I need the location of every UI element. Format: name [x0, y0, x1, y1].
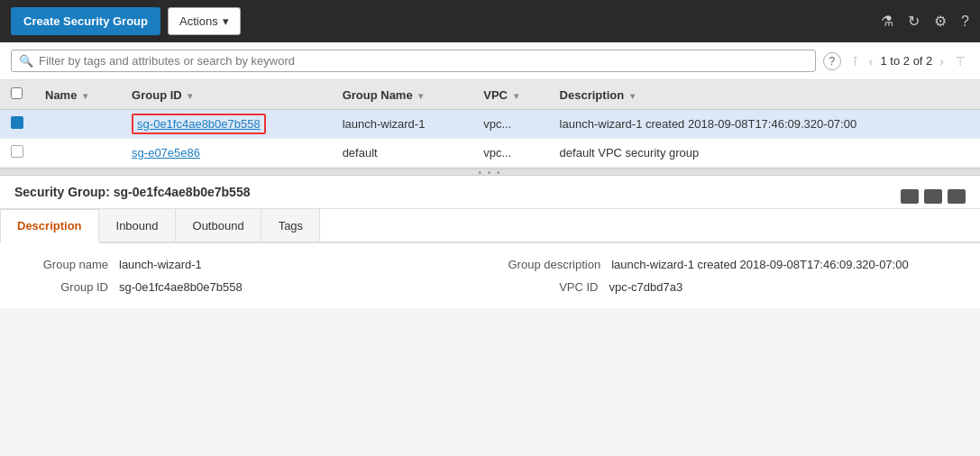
row2-group-id-link[interactable]: sg-e07e5e86: [132, 146, 200, 160]
select-all-checkbox[interactable]: [11, 87, 23, 99]
row1-group-id[interactable]: sg-0e1fc4ae8b0e7b558: [121, 110, 332, 139]
search-input-wrap: 🔍: [11, 50, 816, 72]
col-description[interactable]: Description ▾: [549, 80, 980, 110]
table-row[interactable]: sg-0e1fc4ae8b0e7b558 launch-wizard-1 vpc…: [0, 110, 980, 139]
refresh-icon[interactable]: ↻: [908, 13, 920, 30]
search-input[interactable]: [39, 54, 808, 68]
row2-group-id[interactable]: sg-e07e5e86: [121, 139, 332, 168]
flask-icon[interactable]: ⚗: [881, 13, 893, 30]
search-help-icon[interactable]: ?: [823, 52, 841, 70]
row1-description: launch-wizard-1 created 2018-09-08T17:46…: [549, 110, 980, 139]
table-header-row: Name ▾ Group ID ▾ Group Name ▾ VPC ▾ Des…: [0, 80, 980, 110]
row1-group-id-link[interactable]: sg-0e1fc4ae8b0e7b558: [132, 114, 266, 134]
table-row[interactable]: sg-e07e5e86 default vpc... default VPC s…: [0, 139, 980, 168]
row2-vpc: vpc...: [472, 139, 548, 168]
row1-name: [34, 110, 121, 139]
col-name[interactable]: Name ▾: [34, 80, 121, 110]
resize-dots-icon: • • •: [478, 168, 501, 178]
toolbar-right: ⚗ ↻ ⚙ ?: [881, 13, 969, 30]
row1-checkbox-cell[interactable]: [0, 110, 34, 139]
group-description-label: Group description: [508, 258, 601, 271]
actions-button[interactable]: Actions: [168, 7, 241, 35]
tab-description[interactable]: Description: [0, 209, 99, 243]
detail-panel-icons: [901, 189, 966, 204]
help-icon[interactable]: ?: [961, 14, 969, 30]
page-next-button[interactable]: ›: [936, 52, 948, 70]
row1-vpc: vpc...: [472, 110, 548, 139]
tab-inbound[interactable]: Inbound: [99, 209, 176, 242]
row2-description: default VPC security group: [549, 139, 980, 168]
name-sort-icon: ▾: [83, 91, 87, 101]
group-description-row: Group description launch-wizard-1 create…: [508, 258, 963, 271]
vpc-sort-icon: ▾: [514, 91, 518, 101]
detail-header: Security Group: sg-0e1fc4ae8b0e7b558: [0, 176, 980, 209]
panel-minimize-icon[interactable]: [901, 189, 919, 204]
page-prev-button[interactable]: ‹: [866, 52, 877, 70]
desc-sort-icon: ▾: [630, 91, 635, 101]
row1-group-name: launch-wizard-1: [332, 110, 473, 139]
col-vpc[interactable]: VPC ▾: [472, 80, 548, 110]
group-name-label: Group name: [18, 258, 108, 271]
tab-tags[interactable]: Tags: [261, 209, 320, 242]
col-group-id[interactable]: Group ID ▾: [121, 80, 332, 110]
col-group-name[interactable]: Group Name ▾: [332, 80, 473, 110]
group-id-value: sg-0e1fc4ae8b0e7b558: [119, 280, 243, 294]
group-name-value: launch-wizard-1: [119, 258, 202, 271]
group-name-sort-icon: ▾: [418, 91, 423, 101]
toolbar: Create Security Group Actions ⚗ ↻ ⚙ ?: [0, 0, 980, 42]
table-container: Name ▾ Group ID ▾ Group Name ▾ VPC ▾ Des…: [0, 80, 980, 169]
group-description-value: launch-wizard-1 created 2018-09-08T17:46…: [611, 258, 909, 271]
detail-panel: Security Group: sg-0e1fc4ae8b0e7b558 Des…: [0, 176, 980, 308]
row2-name: [34, 139, 121, 168]
row2-checkbox-cell[interactable]: [0, 139, 34, 168]
gear-icon[interactable]: ⚙: [934, 13, 947, 30]
row2-checkbox[interactable]: [11, 145, 23, 158]
actions-chevron-icon: [223, 14, 229, 28]
page-info: 1 to 2 of 2: [881, 54, 933, 68]
select-all-header[interactable]: [0, 80, 34, 110]
actions-label: Actions: [179, 14, 218, 28]
group-id-row: Group ID sg-0e1fc4ae8b0e7b558: [18, 280, 472, 294]
group-name-row: Group name launch-wizard-1: [18, 258, 472, 271]
panel-expand-icon[interactable]: [948, 189, 966, 204]
search-bar: 🔍 ? ⊺ ‹ 1 to 2 of 2 › ⊤: [0, 42, 980, 80]
security-groups-table: Name ▾ Group ID ▾ Group Name ▾ VPC ▾ Des…: [0, 80, 980, 168]
search-icon: 🔍: [19, 54, 33, 68]
tab-outbound[interactable]: Outbound: [176, 209, 261, 242]
vpc-id-value: vpc-c7dbd7a3: [609, 280, 683, 294]
pagination: ⊺ ‹ 1 to 2 of 2 › ⊤: [848, 52, 969, 70]
vpc-id-row: VPC ID vpc-c7dbd7a3: [508, 280, 963, 294]
resize-handle[interactable]: • • •: [0, 169, 980, 176]
detail-title: Security Group: sg-0e1fc4ae8b0e7b558: [14, 185, 250, 208]
row2-group-name: default: [332, 139, 473, 168]
page-first-button[interactable]: ⊺: [848, 52, 862, 70]
tabs: Description Inbound Outbound Tags: [0, 209, 980, 243]
row1-checkbox[interactable]: [11, 116, 23, 129]
panel-split-icon[interactable]: [924, 189, 942, 204]
vpc-id-label: VPC ID: [508, 280, 599, 294]
create-security-group-button[interactable]: Create Security Group: [11, 7, 160, 35]
group-id-sort-icon: ▾: [188, 91, 192, 101]
description-content: Group name launch-wizard-1 Group descrip…: [0, 243, 980, 308]
group-id-label: Group ID: [18, 280, 108, 294]
page-last-button[interactable]: ⊤: [951, 52, 969, 70]
